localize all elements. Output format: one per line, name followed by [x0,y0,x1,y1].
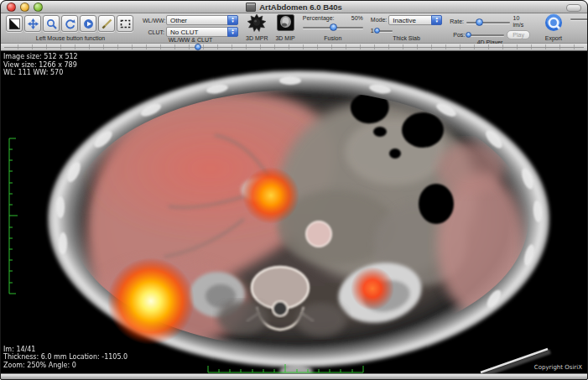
overlay-wlww: WL: 111 WW: 570 [3,69,63,76]
hotspot-right-kidney [351,267,394,310]
fusion-percentage-value: 50% [351,15,363,22]
fusion-percentage-slider[interactable] [303,23,363,31]
slice-slider-track [4,47,584,48]
window-controls [7,3,43,12]
browse-tool-button[interactable] [80,15,96,32]
wlww-label: WL/WW: [143,18,164,23]
image-viewport[interactable]: Image size: 512 x 512View size: 1266 x 7… [1,51,587,373]
4d-rate-label: Rate: [450,18,464,25]
aorta [306,221,331,247]
mpr-label: 3D MPR [246,35,268,43]
wlww-clut-group: WL/WW: Other ▲▼ CLUT: No CLUT ▲▼ [143,14,238,43]
overlay-view-size: View size: 1266 x 789 [3,61,77,69]
mouse-function-label: Left Mouse button function [36,35,106,43]
mip-group: 3D MIP [275,14,294,43]
overlay-top-left: Image size: 512 x 512View size: 1266 x 7… [3,53,78,77]
roi-rectangle-icon [120,18,131,29]
4d-pos-label: Pos: [450,32,465,39]
select-arrows-icon: ▲▼ [227,15,238,25]
select-arrows-icon: ▲▼ [227,27,238,37]
psoas-muscle [217,301,268,335]
thickslab-mode-label: Mode: [371,17,387,23]
overlay-bottom-left: Im: 14/41Thickness: 6.0 mm Location: -11… [3,346,127,370]
export-label: Export [545,35,562,43]
close-window-button[interactable] [7,3,16,12]
thick-slab-group: Mode: Inactive ▲▼ 1 Thick Slab [371,14,442,43]
thickslab-mode-select[interactable]: Inactive ▲▼ [388,15,442,25]
roi-tool-button[interactable] [117,15,133,32]
fusion-group: Percentage: 50% Fusion [303,14,363,43]
4d-pos-slider[interactable] [467,31,504,39]
fusion-label: Fusion [324,35,341,43]
screenshot: ArtAbdomen 6.0 B40s [0,0,588,380]
hotspot-liver-lobe [107,258,195,345]
window-title: ArtAbdomen 6.0 B40s [259,3,342,12]
mouse-function-group: Left Mouse button function [6,14,135,43]
3d-mip-icon[interactable] [277,14,294,34]
slice-position-slider[interactable] [1,44,587,51]
browse-icon [83,18,94,29]
psoas-muscle [296,303,346,336]
overlay-thickness-location: Thickness: 6.0 mm Location: -1105.0 [3,353,127,361]
wlww-select-value: Other [170,17,187,24]
thickslab-mode-value: Inactive [393,17,416,24]
thickslab-number-slider[interactable] [376,27,393,34]
export-group: Export [544,14,563,43]
window-bottom-edge[interactable] [1,373,587,379]
contrast-icon [9,18,20,29]
wlww-select[interactable]: Other ▲▼ [166,15,238,25]
length-measure-icon [101,18,112,29]
osirix-viewer-window: ArtAbdomen 6.0 B40s [0,0,588,380]
4d-rate-slider[interactable] [466,18,510,26]
magnify-tool-button[interactable] [43,15,60,32]
move-icon [28,18,39,29]
fused-pet-ct-image[interactable] [1,51,587,373]
rate-group: 10.0 im/s Rate [570,14,588,43]
window-title-area: ArtAbdomen 6.0 B40s [1,3,587,12]
clut-select-value: No CLUT [170,29,198,36]
rotate-icon [65,18,75,29]
toolbar: Left Mouse button function WL/WW: Other … [1,13,587,44]
move-tool-button[interactable] [24,15,41,32]
title-bar[interactable]: ArtAbdomen 6.0 B40s [1,1,587,13]
4d-play-button[interactable]: Play [507,30,530,39]
overlay-image-size: Image size: 512 x 512 [3,53,78,60]
clut-select[interactable]: No CLUT ▲▼ [166,27,238,37]
4d-player-group: Rate: 10 im/s Pos: Play 4D Player [450,14,530,43]
overlay-copyright: Copyright OsiriX [534,364,582,372]
rotate-tool-button[interactable] [61,15,78,32]
hotspot-central [242,167,299,224]
slice-slider-thumb[interactable] [195,44,201,50]
mpr-group: 3D MPR [246,14,268,43]
magnify-icon [46,18,57,29]
4d-rate-value: 10 im/s [513,15,529,29]
thick-slab-label: Thick Slab [393,35,420,43]
3d-mpr-icon[interactable] [247,13,266,35]
measure-tool-button[interactable] [98,15,115,32]
mip-label: 3D MIP [275,35,294,43]
contrast-tool-button[interactable] [6,15,23,32]
document-icon [246,3,256,12]
overlay-image-index: Im: 14/41 [3,346,35,353]
toolbar-toggle-pill[interactable] [566,4,581,12]
select-arrows-icon: ▲▼ [431,15,442,25]
export-quicktime-icon[interactable] [544,13,563,35]
zoom-window-button[interactable] [34,3,43,12]
fusion-percentage-label: Percentage: [303,15,335,22]
clut-label: CLUT: [143,29,164,35]
rate-slider[interactable] [570,15,588,23]
overlay-zoom-angle: Zoom: 250% Angle: 0 [3,362,76,369]
minimize-window-button[interactable] [20,3,29,12]
